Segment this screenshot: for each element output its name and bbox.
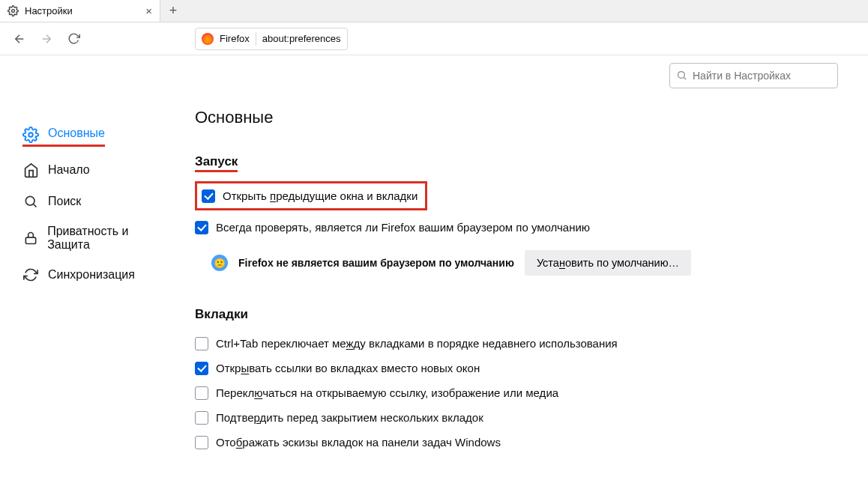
option-label: Переключаться на открываемую ссылку, изо… bbox=[216, 385, 558, 401]
option-label: Открывать ссылки во вкладках вместо новы… bbox=[216, 360, 480, 376]
svg-rect-3 bbox=[25, 237, 35, 243]
navigation-toolbar: Firefox about:preferences bbox=[0, 22, 868, 55]
checkbox-switch-to-new-tab[interactable] bbox=[195, 386, 208, 400]
highlighted-option: Открыть предыдущие окна и вкладки bbox=[195, 181, 427, 210]
browser-tab-settings[interactable]: Настройки × bbox=[0, 0, 160, 22]
set-default-button[interactable]: Установить по умолчанию… bbox=[525, 250, 691, 276]
status-text: Firefox не является вашим браузером по у… bbox=[238, 257, 514, 269]
page-title: Основные bbox=[195, 108, 838, 127]
content-area: Основные Запуск Открыть предыдущие окна … bbox=[172, 55, 868, 486]
url-bar[interactable]: Firefox about:preferences bbox=[195, 28, 348, 50]
search-wrapper bbox=[669, 63, 838, 88]
sidebar: Основные Начало Поиск Приватность и Защи… bbox=[0, 55, 172, 486]
option-label: Ctrl+Tab переключает между вкладками в п… bbox=[216, 335, 618, 351]
reload-button[interactable] bbox=[63, 28, 84, 49]
sidebar-item-home[interactable]: Начало bbox=[19, 154, 172, 186]
svg-point-0 bbox=[12, 10, 15, 13]
sidebar-item-label: Основные bbox=[48, 127, 105, 143]
checkbox-always-check-default[interactable] bbox=[195, 221, 208, 234]
back-button[interactable] bbox=[9, 28, 30, 49]
new-tab-button[interactable]: + bbox=[160, 0, 186, 22]
sidebar-item-label: Синхронизация bbox=[48, 268, 135, 282]
forward-button[interactable] bbox=[36, 28, 57, 49]
option-label: Открыть предыдущие окна и вкладки bbox=[223, 188, 418, 204]
sidebar-item-label: Поиск bbox=[48, 195, 81, 208]
checkbox-open-links-in-tabs[interactable] bbox=[195, 362, 208, 375]
search-input[interactable] bbox=[669, 63, 838, 88]
default-browser-status: 🙁 Firefox не является вашим браузером по… bbox=[211, 250, 838, 276]
checkbox-restore-previous[interactable] bbox=[202, 189, 215, 203]
sidebar-item-general[interactable]: Основные bbox=[19, 119, 172, 154]
home-icon bbox=[22, 162, 39, 178]
close-icon[interactable]: × bbox=[145, 4, 152, 17]
sidebar-item-sync[interactable]: Синхронизация bbox=[19, 259, 172, 291]
svg-point-4 bbox=[678, 72, 685, 79]
checkbox-ctrl-tab[interactable] bbox=[195, 337, 208, 350]
firefox-icon bbox=[202, 33, 214, 45]
url-brand: Firefox bbox=[220, 33, 250, 44]
checkbox-taskbar-previews[interactable] bbox=[195, 436, 208, 449]
svg-point-1 bbox=[28, 133, 33, 137]
sidebar-item-label: Начало bbox=[48, 163, 90, 177]
lock-icon bbox=[22, 230, 38, 246]
sidebar-item-search[interactable]: Поиск bbox=[19, 186, 172, 217]
checkbox-confirm-close-multiple[interactable] bbox=[195, 411, 208, 425]
section-heading-tabs: Вкладки bbox=[195, 307, 838, 322]
section-heading-startup: Запуск bbox=[195, 154, 838, 172]
sidebar-item-label: Приватность и Защита bbox=[47, 225, 169, 252]
tab-title: Настройки bbox=[25, 5, 73, 16]
option-label: Всегда проверять, является ли Firefox ва… bbox=[216, 219, 590, 235]
svg-point-2 bbox=[25, 196, 34, 205]
separator bbox=[256, 32, 256, 46]
url-text: about:preferences bbox=[262, 33, 341, 44]
preferences-page: Основные Начало Поиск Приватность и Защи… bbox=[0, 55, 868, 486]
search-icon bbox=[676, 70, 687, 81]
gear-icon bbox=[7, 5, 19, 16]
sad-face-icon: 🙁 bbox=[211, 255, 228, 271]
sync-icon bbox=[22, 267, 39, 283]
sidebar-item-privacy[interactable]: Приватность и Защита bbox=[19, 217, 172, 259]
gear-icon bbox=[22, 127, 39, 143]
tab-strip: Настройки × + bbox=[0, 0, 868, 22]
option-label: Подтвердить перед закрытием нескольких в… bbox=[216, 410, 483, 425]
option-label: Отображать эскизы вкладок на панели зада… bbox=[216, 434, 501, 450]
search-icon bbox=[22, 193, 39, 210]
